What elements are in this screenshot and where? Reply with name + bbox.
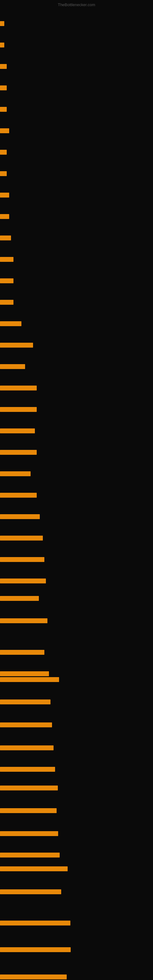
bar-label: Bottleneck result — [0, 745, 54, 750]
bar-row: Bottleneck result — [0, 513, 40, 522]
bar-row: Bo — [0, 170, 7, 178]
bar-row: Bottleneck result — [0, 888, 61, 897]
bar-label: Bottleneck result — [0, 579, 46, 584]
bar-label: Bottleneck result — [0, 889, 61, 894]
bar-row: Bottleneck result — [0, 830, 58, 838]
bar-row: Bottleneck result — [0, 946, 71, 955]
bar-label: Bottleneck result — [0, 947, 71, 952]
bar-label: Bo — [0, 86, 7, 90]
bar-label: Bottleneck result — [0, 536, 43, 541]
bar-row: B — [0, 20, 4, 29]
bar-label: Bottle — [0, 257, 13, 262]
bar-row: Bottleneck result — [0, 492, 37, 500]
bar-row: Bottleneck res — [0, 595, 39, 603]
bar-row: Bott — [0, 213, 9, 221]
bar-row: Bott — [0, 191, 9, 200]
bar-label: Bott — [0, 128, 9, 133]
bar-row: Bottleneck result — [0, 920, 70, 928]
bar-row: Bott — [0, 127, 9, 136]
bar-label: Bottleneck result — [0, 557, 45, 562]
bar-label: Bottleneck result — [0, 700, 51, 705]
bar-label: Bottleneck result — [0, 407, 37, 412]
bar-row: Bottleneck result — [0, 784, 58, 793]
bar-label: Bottleneck result — [0, 514, 40, 519]
bar-row: Bottleneck result — [0, 698, 51, 707]
bar-row: Bottleneck result — [0, 851, 60, 860]
site-title: TheBottlenecker.com — [58, 2, 95, 7]
bar-row: Bottleneck result — [0, 676, 59, 684]
bar-row: Bottleneck result — [0, 766, 55, 774]
bar-row: Bo — [0, 148, 7, 157]
bar-row: Bottleneck result — [0, 384, 37, 393]
bar-label: Bott — [0, 192, 9, 197]
bar-row: Bottleneck result — [0, 721, 52, 730]
bar-label: Bottle — [0, 300, 13, 305]
bar-row: Bo — [0, 106, 7, 114]
bar-label: B — [0, 21, 4, 26]
bar-row: Bottle — [0, 256, 13, 264]
bar-label: Bottleneck result — [0, 921, 70, 926]
bar-label: Bottleneck result — [0, 786, 58, 791]
bar-label: Bottleneck result — [0, 450, 37, 455]
bar-label: Bottleneck r — [0, 364, 25, 369]
bar-row: Bottleneck — [0, 320, 21, 329]
bar-row: Bottleneck result — [0, 649, 45, 657]
bar-label: Bottleneck resu — [0, 343, 33, 348]
bar-row: Bottle — [0, 277, 13, 286]
bar-label: Bottleneck res — [0, 471, 30, 476]
bar-row: Bottleneck result — [0, 406, 37, 414]
bar-label: Bottleneck result — [0, 808, 57, 813]
bar-label: Bottleneck result — [0, 831, 58, 836]
bar-row: Bottleneck result — [0, 449, 37, 457]
bar-label: Bottleneck result — [0, 975, 67, 979]
bar-label: Bottleneck result — [0, 650, 45, 655]
bar-row: Bottleneck r — [0, 363, 25, 371]
bar-label: Bottleneck result — [0, 671, 49, 676]
bar-label: Bottleneck result — [0, 385, 37, 390]
bar-row: Bottl — [0, 234, 11, 243]
bar-label: Bottleneck result — [0, 618, 48, 623]
bar-label: Bottl — [0, 235, 11, 240]
bar-row: Bottleneck result — [0, 973, 67, 980]
bar-label: Bottleneck result — [0, 853, 60, 858]
bar-label: Bottleneck result — [0, 866, 68, 871]
bar-row: B — [0, 41, 4, 50]
bar-row: Bottleneck result — [0, 617, 48, 626]
bar-row: Bottleneck result — [0, 556, 45, 565]
bar-label: Bo — [0, 107, 7, 112]
bar-label: Bottleneck result — [0, 677, 59, 682]
bar-label: Bottleneck result — [0, 722, 52, 727]
bar-row: Bo — [0, 63, 7, 72]
bar-label: Bottleneck res — [0, 596, 39, 601]
bar-row: Bottleneck resu — [0, 342, 33, 350]
bar-row: Bottleneck result — [0, 865, 68, 874]
bar-row: Bo — [0, 84, 7, 93]
bar-label: Bottleneck result — [0, 493, 37, 498]
bar-row: Bottle — [0, 299, 13, 307]
bar-row: Bottleneck result — [0, 807, 57, 816]
bar-row: Bottleneck res — [0, 470, 30, 479]
bar-label: Bo — [0, 171, 7, 176]
bar-label: Bottleneck — [0, 321, 21, 326]
bar-row: Bottleneck result — [0, 535, 43, 543]
bar-label: B — [0, 43, 4, 48]
bar-row: Bottleneck result — [0, 577, 46, 586]
bar-row: Bottleneck result — [0, 744, 54, 753]
bar-label: Bo — [0, 150, 7, 155]
bar-row: Bottleneck resul — [0, 427, 35, 436]
bar-label: Bottleneck result — [0, 767, 55, 772]
bar-label: Bottleneck resul — [0, 428, 35, 433]
bar-label: Bo — [0, 64, 7, 69]
bar-label: Bottle — [0, 278, 13, 283]
bar-label: Bott — [0, 214, 9, 219]
